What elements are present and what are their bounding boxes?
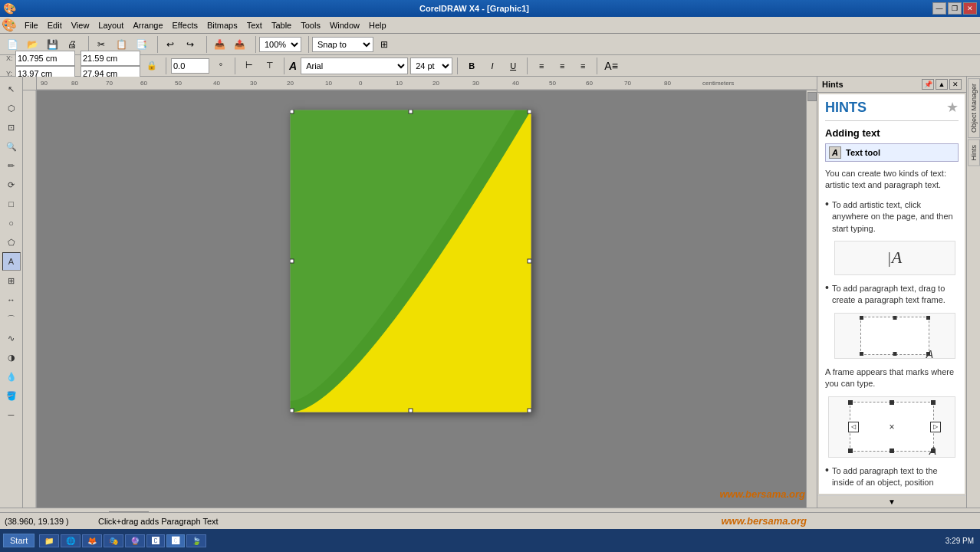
svg-text:60: 60 [140,80,147,87]
transparency-tool[interactable]: ◑ [2,348,21,366]
watermark: www.bersama.org [720,488,806,500]
hints-tab[interactable]: Hints [968,140,980,166]
eyedropper-tool[interactable]: 💧 [2,367,21,386]
canvas-area[interactable]: 90 80 70 60 50 40 30 20 10 0 10 20 30 40… [23,77,817,508]
redo-button[interactable]: ↪ [181,35,199,54]
smart-draw-tool[interactable]: ⟳ [2,176,21,194]
freehand-tool[interactable]: ✏ [2,156,21,175]
svg-rect-24 [528,259,531,263]
mirror-v-button[interactable]: ⊤ [261,58,279,74]
svg-rect-27 [409,409,413,412]
bullet-3: • To add paragraph text to the inside of… [825,465,959,489]
hints-title: Hints [822,80,844,89]
menu-view[interactable]: View [67,19,94,31]
svg-text:centimeters: centimeters [702,80,734,87]
menu-window[interactable]: Window [325,19,364,31]
menu-text[interactable]: Text [242,19,267,31]
font-combo[interactable]: Arial [301,58,408,74]
width-input[interactable] [81,51,140,66]
adding-text-title: Adding text [825,127,959,139]
title-bar: 🎨 CorelDRAW X4 - [Graphic1] — ❐ ✕ [0,0,980,17]
hints-panel: Hints 📌 ▲ ✕ HINTS ★ Adding text A T [817,77,966,508]
export-button[interactable]: 📤 [230,35,248,54]
taskbar-corel2[interactable]: 🅲 [166,534,185,547]
blend-tool[interactable]: ∿ [2,329,21,347]
snap-settings-button[interactable]: ⊞ [375,35,393,54]
connector-tool[interactable]: ⌒ [2,310,21,328]
svg-text:30: 30 [250,80,257,87]
menu-tools[interactable]: Tools [296,19,325,31]
snap-combo[interactable]: Snap to [312,37,373,52]
underline-button[interactable]: U [504,58,522,74]
menu-file[interactable]: File [20,19,43,31]
shape-tool[interactable]: ⬡ [2,99,21,117]
crop-tool[interactable]: ⊡ [2,118,21,136]
align-left-button[interactable]: ≡ [532,58,551,74]
menu-edit[interactable]: Edit [43,19,67,31]
font-size-combo[interactable]: 24 pt 12 pt 36 pt [410,58,452,74]
angle-input[interactable] [171,58,209,74]
object-manager-tab[interactable]: Object Manager [968,78,980,138]
import-button[interactable]: 📥 [210,35,229,54]
svg-text:50: 50 [549,80,556,87]
menu-table[interactable]: Table [267,19,296,31]
maximize-button[interactable]: ❐ [948,2,962,15]
text-props-button[interactable]: A≡ [602,58,620,74]
hints-pin-button[interactable]: 📌 [922,79,934,90]
canvas-workspace[interactable]: www.bersama.org [37,90,817,508]
lock-ratio-button[interactable]: 🔒 [143,58,161,74]
menu-arrange[interactable]: Arrange [128,19,167,31]
toolbox: ↖ ⬡ ⊡ 🔍 ✏ ⟳ □ ○ ⬠ A ⊞ ↔ ⌒ ∿ ◑ 💧 🪣 ─ [0,77,23,508]
coord-display: (38.960, 19.139 ) [5,517,89,526]
mirror-h-button[interactable]: ⊢ [240,58,258,74]
bersama-watermark: www.bersama.org [722,515,807,527]
font-icon: A [289,60,297,72]
start-button[interactable]: Start [3,534,35,547]
hints-collapse-button[interactable]: ▲ [936,79,948,90]
svg-text:40: 40 [213,80,220,87]
svg-text:0: 0 [359,80,363,87]
toolbar-sep-5 [304,36,309,53]
undo-button[interactable]: ↩ [161,35,179,54]
close-button[interactable]: ✕ [963,2,977,15]
text-tool active[interactable]: A [2,252,21,271]
vertical-scrollbar[interactable] [806,90,817,508]
table-tool[interactable]: ⊞ [2,271,21,290]
align-center-button[interactable]: ≡ [553,58,571,74]
prop-sep-6 [597,58,597,74]
zoom-tool[interactable]: 🔍 [2,137,21,156]
app-menu-icon: 🎨 [2,18,17,32]
text-tool-icon: A [829,146,841,159]
app-icon: 🎨 [3,2,16,15]
dimension-tool[interactable]: ↔ [2,291,21,309]
select-tool[interactable]: ↖ [2,80,21,98]
fill-tool[interactable]: 🪣 [2,386,21,405]
menu-bitmaps[interactable]: Bitmaps [202,19,242,31]
ellipse-tool[interactable]: ○ [2,214,21,232]
prop-sep-1 [166,58,166,74]
taskbar-file-mgr[interactable]: 📁 [39,534,59,547]
menu-help[interactable]: Help [364,19,391,31]
svg-text:70: 70 [106,80,113,87]
polygon-tool[interactable]: ⬠ [2,233,21,251]
minimize-button[interactable]: — [932,2,946,15]
outline-tool[interactable]: ─ [2,406,21,424]
zoom-combo[interactable]: 100% 50% 200% [259,37,301,52]
taskbar-browser[interactable]: 🌐 [61,534,81,547]
svg-rect-29 [290,259,294,263]
taskbar-ff[interactable]: 🦊 [82,534,102,547]
rectangle-tool[interactable]: □ [2,195,21,213]
taskbar-corel1[interactable]: 🅲 [146,534,165,547]
align-right-button[interactable]: ≡ [574,58,592,74]
svg-text:10: 10 [396,80,403,87]
hints-scroll-down[interactable]: ▼ [817,495,966,508]
x-input[interactable] [15,51,75,66]
hints-close-button[interactable]: ✕ [949,79,962,90]
taskbar-app3[interactable]: 🍃 [186,534,206,547]
menu-effects[interactable]: Effects [168,19,202,31]
menu-layout[interactable]: Layout [94,19,128,31]
taskbar-app1[interactable]: 🎭 [104,534,123,547]
italic-button[interactable]: I [483,58,502,74]
taskbar-app2[interactable]: 🔮 [125,534,145,547]
bold-button[interactable]: B [462,58,481,74]
